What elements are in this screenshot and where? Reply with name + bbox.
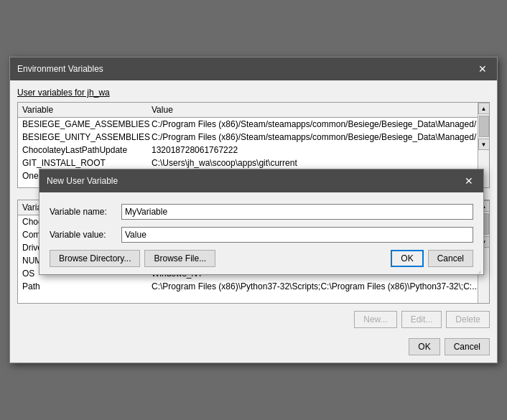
table-row[interactable]: BESIEGE_UNITY_ASSEMBLIES C:/Program File… — [18, 131, 489, 144]
dialog-cancel-button[interactable]: Cancel — [445, 338, 490, 355]
sys-new-button[interactable]: New... — [354, 311, 396, 328]
scroll-down-btn[interactable]: ▼ — [478, 139, 490, 150]
browse-directory-button[interactable]: Browse Directory... — [50, 250, 140, 267]
variable-value-input[interactable] — [121, 227, 473, 243]
variable-name-row: Variable name: — [50, 204, 473, 220]
variable-name-input[interactable] — [121, 204, 473, 220]
inner-button-row: Browse Directory... Browse File... OK Ca… — [50, 250, 473, 267]
dialog-ok-button[interactable]: OK — [409, 338, 439, 355]
sys-var-name: Path — [22, 281, 152, 291]
resize-grip[interactable]: ⌟ — [475, 266, 483, 274]
table-row[interactable]: ChocolateyLastPathUpdate 132018728061767… — [18, 144, 489, 157]
scroll-up-btn[interactable]: ▲ — [478, 103, 490, 114]
scroll-thumb[interactable] — [479, 116, 489, 137]
sys-delete-button[interactable]: Delete — [446, 311, 490, 328]
var-value: 132018728061767222 — [152, 145, 485, 155]
table-row[interactable]: Path C:\Program Files (x86)\Python37-32\… — [18, 280, 489, 293]
env-variables-dialog: Environment Variables ✕ User variables f… — [9, 57, 498, 363]
new-user-variable-dialog: New User Variable ✕ Variable name: Varia… — [39, 169, 484, 275]
title-bar: Environment Variables ✕ — [10, 57, 497, 80]
inner-title-bar: New User Variable ✕ — [39, 169, 483, 192]
user-table-header: Variable Value — [18, 103, 489, 118]
ok-button[interactable]: OK — [391, 250, 423, 267]
inner-dialog-content: Variable name: Variable value: Browse Di… — [39, 192, 483, 274]
var-value: C:\Users\jh_wa\scoop\apps\git\current — [152, 158, 485, 168]
table-row[interactable]: BESIEGE_GAME_ASSEMBLIES C:/Program Files… — [18, 118, 489, 131]
dialog-bottom-actions: OK Cancel — [10, 334, 497, 363]
var-name: GIT_INSTALL_ROOT — [22, 158, 152, 168]
variable-value-label: Variable value: — [50, 230, 121, 240]
table-row[interactable]: GIT_INSTALL_ROOT C:\Users\jh_wa\scoop\ap… — [18, 157, 489, 169]
var-value: C:/Program Files (x86)/Steam/steamapps/c… — [152, 132, 485, 142]
dialog-title: Environment Variables — [17, 64, 103, 74]
inner-close-button[interactable]: ✕ — [462, 174, 476, 188]
sys-edit-button[interactable]: Edit... — [401, 311, 442, 328]
user-section-label: User variables for jh_wa — [17, 88, 490, 98]
system-actions: New... Edit... Delete — [10, 307, 497, 334]
col-variable: Variable — [22, 105, 152, 115]
sys-var-value: C:\Program Files (x86)\Python37-32\Scrip… — [152, 281, 485, 291]
var-value: C:/Program Files (x86)/Steam/steamapps/c… — [152, 119, 485, 129]
var-name: BESIEGE_GAME_ASSEMBLIES — [22, 119, 152, 129]
variable-name-label: Variable name: — [50, 207, 121, 217]
var-name: ChocolateyLastPathUpdate — [22, 145, 152, 155]
variable-value-row: Variable value: — [50, 227, 473, 243]
col-value: Value — [152, 105, 173, 115]
browse-file-button[interactable]: Browse File... — [144, 250, 215, 267]
inner-dialog-title: New User Variable — [47, 176, 118, 186]
var-name: BESIEGE_UNITY_ASSEMBLIES — [22, 132, 152, 142]
cancel-button[interactable]: Cancel — [428, 250, 473, 267]
close-button[interactable]: ✕ — [475, 62, 490, 76]
